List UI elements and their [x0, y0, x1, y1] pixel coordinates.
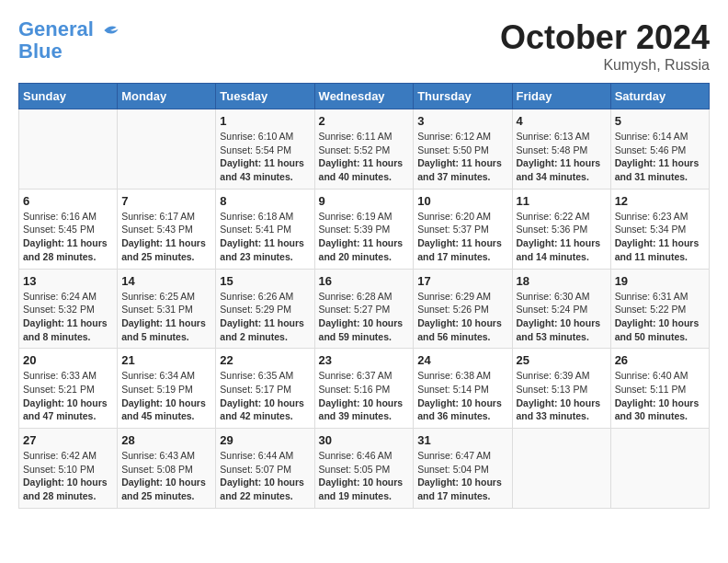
day-content: Sunrise: 6:46 AMSunset: 5:05 PMDaylight:…: [319, 449, 410, 503]
day-content: Sunrise: 6:20 AMSunset: 5:37 PMDaylight:…: [417, 210, 507, 264]
day-content: Sunrise: 6:24 AMSunset: 5:32 PMDaylight:…: [23, 290, 113, 344]
day-content: Sunrise: 6:33 AMSunset: 5:21 PMDaylight:…: [23, 369, 113, 423]
calendar-cell: 29Sunrise: 6:44 AMSunset: 5:07 PMDayligh…: [216, 429, 314, 509]
calendar-cell: 3Sunrise: 6:12 AMSunset: 5:50 PMDaylight…: [414, 109, 512, 190]
day-content: Sunrise: 6:12 AMSunset: 5:50 PMDaylight:…: [417, 130, 507, 184]
calendar-cell: 9Sunrise: 6:19 AMSunset: 5:39 PMDaylight…: [314, 189, 414, 269]
calendar-cell: 12Sunrise: 6:23 AMSunset: 5:34 PMDayligh…: [610, 189, 709, 269]
calendar-body: 1Sunrise: 6:10 AMSunset: 5:54 PMDaylight…: [19, 109, 710, 509]
day-number: 6: [23, 194, 113, 208]
day-number: 21: [121, 353, 211, 367]
day-number: 31: [417, 433, 507, 447]
day-content: Sunrise: 6:19 AMSunset: 5:39 PMDaylight:…: [319, 210, 410, 264]
logo-bird-icon: [101, 24, 119, 37]
day-number: 5: [615, 114, 705, 128]
day-number: 19: [615, 274, 705, 288]
day-content: Sunrise: 6:43 AMSunset: 5:08 PMDaylight:…: [121, 449, 211, 503]
day-number: 9: [319, 194, 410, 208]
calendar-cell: 16Sunrise: 6:28 AMSunset: 5:27 PMDayligh…: [314, 269, 414, 349]
day-header-sunday: Sunday: [19, 84, 118, 109]
logo-line2: Blue: [18, 40, 63, 63]
day-content: Sunrise: 6:35 AMSunset: 5:17 PMDaylight:…: [220, 369, 310, 423]
calendar-cell: 26Sunrise: 6:40 AMSunset: 5:11 PMDayligh…: [610, 349, 709, 429]
day-number: 16: [319, 274, 410, 288]
calendar-week-row: 27Sunrise: 6:42 AMSunset: 5:10 PMDayligh…: [19, 429, 710, 509]
day-content: Sunrise: 6:47 AMSunset: 5:04 PMDaylight:…: [417, 449, 507, 503]
calendar-cell: 15Sunrise: 6:26 AMSunset: 5:29 PMDayligh…: [216, 269, 314, 349]
day-number: 10: [417, 194, 507, 208]
calendar-week-row: 20Sunrise: 6:33 AMSunset: 5:21 PMDayligh…: [19, 349, 710, 429]
day-number: 30: [319, 433, 410, 447]
calendar-cell: [19, 109, 118, 190]
day-header-monday: Monday: [118, 84, 216, 109]
day-number: 26: [615, 353, 705, 367]
day-header-friday: Friday: [512, 84, 610, 109]
day-content: Sunrise: 6:22 AMSunset: 5:36 PMDaylight:…: [517, 210, 607, 264]
day-header-wednesday: Wednesday: [314, 84, 414, 109]
calendar-cell: 25Sunrise: 6:39 AMSunset: 5:13 PMDayligh…: [512, 349, 610, 429]
day-content: Sunrise: 6:29 AMSunset: 5:26 PMDaylight:…: [417, 290, 507, 344]
calendar-cell: [512, 429, 610, 509]
day-content: Sunrise: 6:34 AMSunset: 5:19 PMDaylight:…: [121, 369, 211, 423]
title-area: October 2024 Kumysh, Russia: [500, 18, 710, 74]
calendar-cell: 2Sunrise: 6:11 AMSunset: 5:52 PMDaylight…: [314, 109, 414, 190]
logo-text: General: [18, 18, 119, 40]
day-number: 27: [23, 433, 113, 447]
day-content: Sunrise: 6:18 AMSunset: 5:41 PMDaylight:…: [220, 210, 310, 264]
calendar-cell: 30Sunrise: 6:46 AMSunset: 5:05 PMDayligh…: [314, 429, 414, 509]
calendar-cell: 8Sunrise: 6:18 AMSunset: 5:41 PMDaylight…: [216, 189, 314, 269]
calendar-cell: 10Sunrise: 6:20 AMSunset: 5:37 PMDayligh…: [414, 189, 512, 269]
location: Kumysh, Russia: [500, 57, 710, 74]
calendar-cell: 13Sunrise: 6:24 AMSunset: 5:32 PMDayligh…: [19, 269, 118, 349]
calendar-cell: 19Sunrise: 6:31 AMSunset: 5:22 PMDayligh…: [610, 269, 709, 349]
calendar-cell: [610, 429, 709, 509]
day-header-saturday: Saturday: [610, 84, 709, 109]
calendar-cell: 6Sunrise: 6:16 AMSunset: 5:45 PMDaylight…: [19, 189, 118, 269]
day-content: Sunrise: 6:39 AMSunset: 5:13 PMDaylight:…: [517, 369, 607, 423]
calendar-week-row: 6Sunrise: 6:16 AMSunset: 5:45 PMDaylight…: [19, 189, 710, 269]
calendar-week-row: 13Sunrise: 6:24 AMSunset: 5:32 PMDayligh…: [19, 269, 710, 349]
calendar-cell: 7Sunrise: 6:17 AMSunset: 5:43 PMDaylight…: [118, 189, 216, 269]
day-number: 2: [319, 114, 410, 128]
day-number: 12: [615, 194, 705, 208]
day-content: Sunrise: 6:17 AMSunset: 5:43 PMDaylight:…: [121, 210, 211, 264]
day-content: Sunrise: 6:16 AMSunset: 5:45 PMDaylight:…: [23, 210, 113, 264]
day-content: Sunrise: 6:28 AMSunset: 5:27 PMDaylight:…: [319, 290, 410, 344]
day-number: 29: [220, 433, 310, 447]
day-header-thursday: Thursday: [414, 84, 512, 109]
day-number: 3: [417, 114, 507, 128]
calendar-cell: 17Sunrise: 6:29 AMSunset: 5:26 PMDayligh…: [414, 269, 512, 349]
day-number: 1: [220, 114, 310, 128]
calendar-cell: 18Sunrise: 6:30 AMSunset: 5:24 PMDayligh…: [512, 269, 610, 349]
calendar-cell: 20Sunrise: 6:33 AMSunset: 5:21 PMDayligh…: [19, 349, 118, 429]
calendar-cell: 1Sunrise: 6:10 AMSunset: 5:54 PMDaylight…: [216, 109, 314, 190]
day-content: Sunrise: 6:10 AMSunset: 5:54 PMDaylight:…: [220, 130, 310, 184]
day-number: 13: [23, 274, 113, 288]
calendar-cell: [118, 109, 216, 190]
day-content: Sunrise: 6:38 AMSunset: 5:14 PMDaylight:…: [417, 369, 507, 423]
day-number: 7: [121, 194, 211, 208]
calendar-cell: 31Sunrise: 6:47 AMSunset: 5:04 PMDayligh…: [414, 429, 512, 509]
logo: General Blue: [18, 18, 119, 63]
day-content: Sunrise: 6:23 AMSunset: 5:34 PMDaylight:…: [615, 210, 705, 264]
page-header: General Blue October 2024 Kumysh, Russia: [18, 18, 710, 74]
calendar-cell: 22Sunrise: 6:35 AMSunset: 5:17 PMDayligh…: [216, 349, 314, 429]
day-number: 4: [517, 114, 607, 128]
day-content: Sunrise: 6:13 AMSunset: 5:48 PMDaylight:…: [517, 130, 607, 184]
calendar-cell: 27Sunrise: 6:42 AMSunset: 5:10 PMDayligh…: [19, 429, 118, 509]
calendar-cell: 14Sunrise: 6:25 AMSunset: 5:31 PMDayligh…: [118, 269, 216, 349]
day-content: Sunrise: 6:42 AMSunset: 5:10 PMDaylight:…: [23, 449, 113, 503]
day-header-tuesday: Tuesday: [216, 84, 314, 109]
calendar-cell: 28Sunrise: 6:43 AMSunset: 5:08 PMDayligh…: [118, 429, 216, 509]
day-content: Sunrise: 6:14 AMSunset: 5:46 PMDaylight:…: [615, 130, 705, 184]
month-title: October 2024: [500, 18, 710, 57]
day-number: 22: [220, 353, 310, 367]
calendar-cell: 24Sunrise: 6:38 AMSunset: 5:14 PMDayligh…: [414, 349, 512, 429]
day-number: 23: [319, 353, 410, 367]
day-number: 15: [220, 274, 310, 288]
day-content: Sunrise: 6:31 AMSunset: 5:22 PMDaylight:…: [615, 290, 705, 344]
day-number: 17: [417, 274, 507, 288]
calendar-table: SundayMondayTuesdayWednesdayThursdayFrid…: [18, 83, 710, 509]
day-content: Sunrise: 6:30 AMSunset: 5:24 PMDaylight:…: [517, 290, 607, 344]
day-number: 14: [121, 274, 211, 288]
